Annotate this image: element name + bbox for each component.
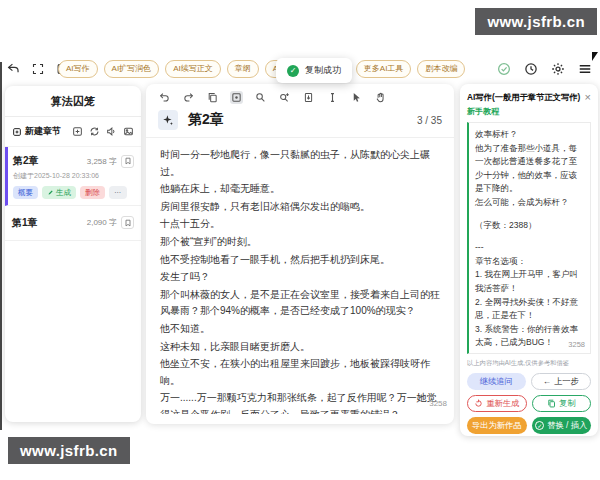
ai-assistant-panel: AI写作(一般用于章节正文写作) × 新手教程 效率标杆？ 他为了准备那些小道具… xyxy=(460,84,598,436)
copy-icon xyxy=(547,399,556,408)
image-icon[interactable] xyxy=(123,126,134,137)
chapter-word-count: 2,090 字 xyxy=(87,217,117,228)
paragraph: 他不知道。 xyxy=(160,321,440,338)
copy-result-button[interactable]: 复制 xyxy=(532,395,592,412)
ai-disclaimer: 以上内容均由AI生成,仅供参考和借鉴 xyxy=(467,359,591,368)
ai-expand-polish-button[interactable]: AI扩写润色 xyxy=(104,60,160,78)
response-line: 怎么可能，会成为标杆？ xyxy=(475,196,584,210)
editor-word-count: 3258 xyxy=(429,399,447,408)
sync-icon[interactable] xyxy=(89,126,100,137)
history-icon[interactable] xyxy=(524,62,538,76)
paragraph: 时间一分一秒地爬行，像一只黏腻的虫子，从陈默的心尖上碾过。 xyxy=(160,147,440,180)
search-icon[interactable] xyxy=(254,91,267,104)
generate-tag-label: 生成 xyxy=(56,189,71,197)
response-line: 效率标杆？ xyxy=(475,128,584,142)
replace-insert-button[interactable]: ✓ 替换 / 插入 xyxy=(532,417,592,434)
response-line: 章节名选项： xyxy=(475,255,584,269)
frame-icon[interactable] xyxy=(230,91,243,104)
menu-icon[interactable] xyxy=(578,62,592,76)
editor-toolbar xyxy=(146,84,454,108)
chapter-name: 第1章 xyxy=(12,216,38,230)
sidebar-icon-group xyxy=(72,126,134,137)
tutorial-link[interactable]: 新手教程 xyxy=(467,106,591,117)
delete-tag[interactable]: 删除 xyxy=(80,186,105,199)
copy-label: 复制 xyxy=(559,399,576,407)
new-chapter-label: 新建章节 xyxy=(25,125,61,138)
close-icon[interactable]: × xyxy=(582,92,591,103)
response-line xyxy=(475,232,584,241)
speaker-icon[interactable] xyxy=(106,126,117,137)
outline-tag[interactable]: 概要 xyxy=(13,186,38,199)
editor-panel: 第2章 3 / 35 时间一分一秒地爬行，像一只黏腻的虫子，从陈默的心尖上碾过。… xyxy=(146,84,454,424)
watermark-top: www.jsfrb.cn xyxy=(475,8,597,35)
paragraph: 房间里很安静，只有老旧冰箱偶尔发出的嗡鸣。 xyxy=(160,199,440,216)
chapter-outline-button[interactable]: 章纲 xyxy=(227,60,259,78)
hand-icon[interactable] xyxy=(374,91,387,104)
pointer-icon[interactable] xyxy=(350,91,363,104)
ai-tool-buttons: AI写作 AI扩写润色 AI续写正文 章纲 AI拆书 AI审稿 更多AI工具 剧… xyxy=(58,60,465,78)
script-adapt-button[interactable]: 剧本改编 xyxy=(417,60,465,78)
paragraph: 他坐立不安，在狭小的出租屋里来回踱步，地板被踩得吱呀作响。 xyxy=(160,356,440,389)
regenerate-button[interactable]: 重新生成 xyxy=(467,395,527,412)
undo-icon[interactable] xyxy=(158,91,171,104)
window-edge xyxy=(0,62,2,430)
new-chapter-button[interactable]: 新建章节 xyxy=(12,125,61,138)
bookmark-button[interactable] xyxy=(121,155,134,168)
paragraph: 十点十五分。 xyxy=(160,216,440,233)
regenerate-label: 重新生成 xyxy=(486,399,519,407)
assistant-buttons-row3: 导出为新作品 ✓ 替换 / 插入 xyxy=(467,417,591,434)
refresh-icon xyxy=(474,399,483,408)
back-icon[interactable] xyxy=(7,62,20,75)
editor-body[interactable]: 时间一分一秒地爬行，像一只黏腻的虫子，从陈默的心尖上碾过。 他躺在床上，却毫无睡… xyxy=(146,138,454,414)
export-new-work-button[interactable]: 导出为新作品 xyxy=(467,417,527,434)
copy-icon[interactable] xyxy=(206,91,219,104)
book-title: 算法囚笼 xyxy=(5,86,141,117)
toast-message: 复制成功 xyxy=(305,64,341,77)
chapter-tags: 概要 生成 删除 ⋯ xyxy=(13,186,134,199)
export-doc-icon[interactable] xyxy=(302,91,315,104)
chapter-word-count: 3,258 字 xyxy=(87,156,117,167)
settings-gear-icon[interactable] xyxy=(551,62,565,76)
saved-check-icon xyxy=(497,62,511,76)
arrow-left-icon: ← xyxy=(543,377,551,385)
ai-continue-button[interactable]: AI续写正文 xyxy=(165,60,221,78)
more-ai-tools-button[interactable]: 更多AI工具 xyxy=(356,60,412,78)
replace-insert-label: 替换 / 插入 xyxy=(547,421,587,429)
response-word-count: 3258 xyxy=(568,339,585,351)
add-box-icon[interactable] xyxy=(72,126,83,137)
text-cursor-icon[interactable] xyxy=(326,91,339,104)
chapter-item-2[interactable]: 第2章 3,258 字 创建于2025-10-28 20:33:06 概要 生成… xyxy=(5,147,141,206)
check-circle-icon: ✓ xyxy=(535,421,544,430)
generate-tag[interactable]: 生成 xyxy=(42,186,76,199)
watermark-bottom: www.jsfrb.cn xyxy=(8,437,130,464)
response-line: 他为了准备那些小道具，每一次都比普通送餐多花了至少十分钟，他的效率，应该是下降的… xyxy=(475,142,584,196)
bookmark-button[interactable] xyxy=(121,216,134,229)
paragraph: 发生了吗？ xyxy=(160,269,440,286)
continue-ask-button[interactable]: 继续追问 xyxy=(467,373,526,390)
toast-check-icon: ✓ xyxy=(287,65,299,77)
ai-sparkle-button[interactable] xyxy=(158,110,178,130)
fullscreen-icon[interactable] xyxy=(32,63,44,75)
response-line: 1. 我在网上开马甲，客户叫我活菩萨！ xyxy=(475,268,584,295)
response-line: 2. 全网寻找外卖侠！不好意思，正是在下！ xyxy=(475,296,584,323)
editor-title-row: 第2章 3 / 35 xyxy=(146,108,454,138)
more-tag[interactable]: ⋯ xyxy=(109,186,127,199)
find-replace-icon[interactable] xyxy=(278,91,291,104)
redo-icon[interactable] xyxy=(182,91,195,104)
previous-step-button[interactable]: ← 上一步 xyxy=(531,373,592,390)
paragraph: 那个叫林薇的女人，是不是正在会议室里，接受着来自上司的狂风暴雨？那个94%的概率… xyxy=(160,287,440,320)
assistant-buttons-row1: 继续追问 ← 上一步 xyxy=(467,373,591,390)
editor-chapter-title: 第2章 xyxy=(188,111,224,129)
chapter-sidebar: 算法囚笼 新建章节 xyxy=(5,86,141,422)
chapter-item-1[interactable]: 第1章 2,090 字 xyxy=(5,206,141,241)
pencil-icon xyxy=(47,189,54,196)
ai-write-button[interactable]: AI写作 xyxy=(58,60,98,78)
response-line: （字数：2388） xyxy=(475,219,584,233)
new-file-icon xyxy=(12,127,22,137)
ai-response-box[interactable]: 效率标杆？ 他为了准备那些小道具，每一次都比普通送餐多花了至少十分钟，他的效率，… xyxy=(467,122,591,354)
paragraph: 他躺在床上，却毫无睡意。 xyxy=(160,181,440,198)
assistant-header: AI写作(一般用于章节正文写作) × xyxy=(467,92,591,103)
response-line: --- xyxy=(475,241,584,255)
previous-step-label: 上一步 xyxy=(554,377,579,385)
toolbar-right-icons xyxy=(497,62,592,76)
